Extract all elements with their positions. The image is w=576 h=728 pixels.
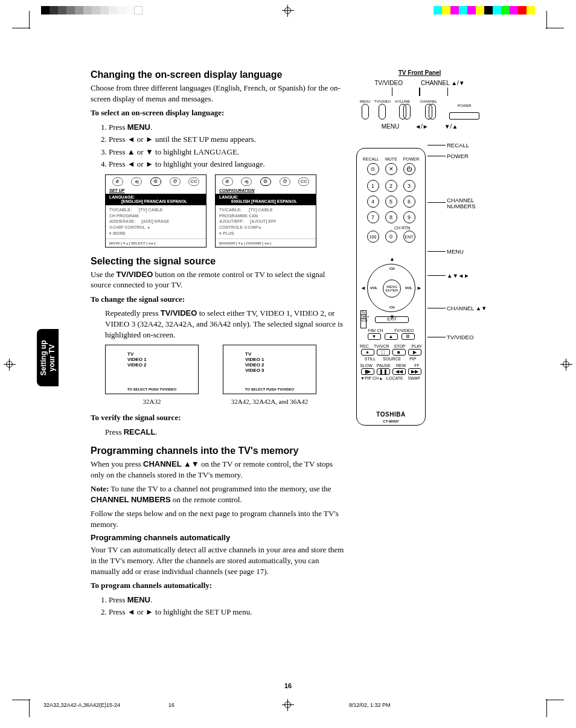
recall-button: ⊡ <box>367 163 379 175</box>
callout-recall: RECALL <box>447 142 469 148</box>
footer-left: 32A32,32A42-A,36A42(E)15-2416 <box>43 702 174 708</box>
prog-steps: Press MENU. Press ◄ or ► to highlight th… <box>109 595 344 618</box>
prog-p1: When you press CHANNEL ▲▼ on the TV or r… <box>91 459 344 480</box>
steps-list: Press MENU. Press ◄ or ► until the SET U… <box>109 122 344 170</box>
heading-signal: Selecting the signal source <box>91 256 344 267</box>
registration-mark <box>282 699 294 711</box>
prog-note: Note: To tune the TV to a channel not pr… <box>91 484 344 505</box>
signal-box-2: TVVIDEO 1VIDEO 2VIDEO 3 TO SELECT PUSH T… <box>223 345 316 394</box>
steps-title: To select an on-screen display language: <box>91 107 344 118</box>
registration-mark <box>4 359 16 371</box>
callout-menu: MENU <box>447 248 464 255</box>
verify-body: Press RECALL. <box>105 427 344 438</box>
sig-caption-2: 32A42, 32A42A, and 36A42 <box>223 398 316 405</box>
sig-caption-1: 32A32 <box>105 398 199 405</box>
callout-channel-ud: CHANNEL ▲▼ <box>447 305 487 311</box>
heading-programming: Programming channels into the TV's memor… <box>91 445 344 456</box>
signal-body: Repeatedly press TV/VIDEO to select eith… <box>105 308 344 340</box>
front-panel-diagram: TV Front Panel TV/VIDEOCHANNEL ▲/▼ MENU … <box>350 69 489 130</box>
prog-p3: Follow the steps below and on the next p… <box>91 508 344 529</box>
signal-box-1: TVVIDEO 1VIDEO 2 TO SELECT PUSH TV/VIDEO <box>105 345 199 394</box>
heading-language: Changing the on-screen display language <box>91 69 344 80</box>
verify-title: To verify the signal source: <box>91 412 344 423</box>
signal-steps-title: To change the signal source: <box>91 294 344 305</box>
callout-power: POWER <box>447 153 469 159</box>
footer-right: 8/12/02, 1:32 PM <box>349 702 391 708</box>
power-button: ⏻ <box>403 163 415 175</box>
prog-sub: Programming channels automatically <box>91 533 344 542</box>
registration-mark <box>282 5 294 17</box>
remote-diagram: RECALLMUTEPOWER ⊡ ✕ ⏻ 123 456 789 CH RTN… <box>350 148 489 426</box>
signal-intro: Use the TV/VIDEO button on the remote co… <box>91 269 344 290</box>
page-number: 16 <box>0 682 576 689</box>
osd-french: ⎚◂)⚙⏱CC CONFIGURATION LANGUE:ENGLISH [FR… <box>215 174 316 247</box>
section-tab: Setting upyour TV <box>37 329 59 386</box>
mute-button: ✕ <box>385 163 397 175</box>
osd-english: ⎚◂)⚙⏱CC SET UP LANGUAGE:[ENGLISH] FRANCA… <box>105 174 206 247</box>
callout-channel-numbers: CHANNEL NUMBERS <box>447 197 476 210</box>
registration-mark <box>560 359 572 371</box>
intro-text: Choose from three different languages (E… <box>91 83 344 104</box>
prog-steps-title: To program channels automatically: <box>91 580 344 591</box>
callout-arrows: ▲▼◄► <box>447 272 470 279</box>
callout-tvvideo: TV/VIDEO <box>447 334 473 340</box>
prog-p4: Your TV can automatically detect all act… <box>91 544 344 576</box>
